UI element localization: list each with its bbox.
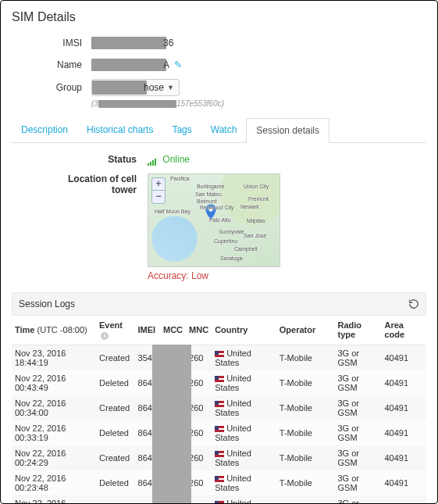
cell-imei: 8647 (135, 495, 160, 503)
us-flag-icon (215, 351, 224, 357)
session-logs: Session Logs Time (UTC -08:00) Eventi IM… (12, 292, 426, 503)
group-label: Group (27, 82, 82, 93)
cell-event: Deleted (96, 470, 135, 495)
group-redacted (92, 80, 147, 95)
cell-mcc: 310 (160, 445, 186, 470)
status-value: Online (162, 154, 190, 165)
tab-historical-charts[interactable]: Historical charts (77, 118, 162, 143)
chevron-down-icon: ▼ (167, 84, 174, 91)
map-label: Burlingame (197, 184, 224, 189)
cell-mnc: 260 (186, 495, 212, 503)
refresh-icon[interactable] (408, 298, 419, 309)
tab-watch[interactable]: Watch (201, 118, 247, 143)
sim-form: IMSI 36 Name A ✎ Group hose ▼ (3 (27, 35, 426, 108)
cell-area: 40491 (382, 345, 427, 370)
cell-radio: 3G or GSM (335, 470, 382, 495)
location-label: Location of cell tower (43, 173, 137, 281)
cell-mnc: 260 (186, 370, 212, 395)
table-row[interactable]: Nov 22, 2016 00:23:48Deleted8647310260Un… (12, 470, 426, 495)
col-country[interactable]: Country (212, 316, 276, 345)
cell-radio: 3G or GSM (335, 445, 382, 470)
tab-tags[interactable]: Tags (162, 118, 201, 143)
table-row[interactable]: Nov 22, 2016 00:33:19Deleted8647310260Un… (12, 420, 426, 445)
cell-imei: 8647 (135, 395, 160, 420)
cell-imei: 8647 (135, 470, 160, 495)
info-icon[interactable]: i (101, 332, 109, 340)
page-title: SIM Details (12, 10, 426, 24)
cell-radio: 3G or GSM (335, 420, 382, 445)
cell-mcc: 310 (160, 420, 186, 445)
us-flag-icon (215, 401, 224, 407)
cell-area: 40491 (382, 495, 427, 503)
col-area[interactable]: Area code (382, 316, 427, 345)
col-event[interactable]: Eventi (96, 316, 135, 345)
map-label: San Jose (244, 233, 266, 238)
accuracy-label: Accuracy: Low (148, 270, 280, 281)
cell-time: Nov 23, 2016 18:44:19 (12, 345, 96, 370)
name-redacted (91, 59, 166, 71)
us-flag-icon (215, 501, 224, 503)
cell-operator: T-Mobile (276, 420, 335, 445)
cell-event: Deleted (96, 370, 135, 395)
tab-description[interactable]: Description (12, 118, 77, 143)
map-label: Union City (244, 184, 269, 189)
col-radio[interactable]: Radio type (335, 316, 382, 345)
cell-event: Created (96, 345, 135, 370)
sim-details-window: SIM Details IMSI 36 Name A ✎ Group hose … (0, 0, 438, 504)
cell-time: Nov 22, 2016 00:43:49 (12, 370, 96, 395)
col-operator[interactable]: Operator (276, 316, 335, 345)
name-value-suffix: A (163, 59, 169, 70)
cell-radio: 3G or GSM (335, 395, 382, 420)
col-time[interactable]: Time (UTC -08:00) (12, 316, 96, 345)
cell-area: 40491 (382, 445, 427, 470)
cell-imei: 8647 (135, 420, 160, 445)
table-row[interactable]: Nov 23, 2016 18:44:19Created3543310260Un… (12, 345, 426, 370)
map-label: Redwood City (200, 205, 234, 210)
us-flag-icon (215, 451, 224, 457)
zoom-out-button[interactable]: − (152, 191, 165, 203)
map-label: Milpitas (247, 218, 265, 223)
cell-operator: T-Mobile (276, 470, 335, 495)
cell-mnc: 260 (186, 445, 212, 470)
session-logs-table: Time (UTC -08:00) Eventi IMEI MCC MNC Co… (12, 316, 426, 503)
table-row[interactable]: Nov 22, 2016 00:43:49Deleted8647310260Un… (12, 370, 426, 395)
cell-imei: 8647 (135, 445, 160, 470)
cell-event: Deleted (96, 420, 135, 445)
col-imei[interactable]: IMEI (135, 316, 160, 345)
cell-time: Nov 22, 2016 00:23:48 (12, 470, 96, 495)
us-flag-icon (215, 426, 224, 432)
cell-tower-map[interactable]: + − PacificaBurlingameSan MateoBelmontRe… (148, 173, 280, 267)
col-mcc[interactable]: MCC (160, 316, 186, 345)
table-row[interactable]: Nov 22, 2016 00:24:29Created8647310260Un… (12, 445, 426, 470)
zoom-in-button[interactable]: + (152, 178, 165, 191)
table-row[interactable]: Nov 22, 2016 00:21:02Created8647310260Un… (12, 495, 426, 503)
cell-operator: T-Mobile (276, 345, 335, 370)
tab-session-details[interactable]: Session details (246, 118, 329, 143)
cell-radio: 3G or GSM (335, 495, 382, 503)
us-flag-icon (215, 476, 224, 482)
cell-time: Nov 22, 2016 00:24:29 (12, 445, 96, 470)
cell-event: Created (96, 445, 135, 470)
imsi-label: IMSI (27, 38, 82, 48)
cell-mcc: 310 (160, 495, 186, 503)
cell-operator: T-Mobile (276, 395, 335, 420)
cell-imei: 3543 (135, 345, 160, 370)
cell-operator: T-Mobile (276, 495, 335, 503)
col-mnc[interactable]: MNC (186, 316, 212, 345)
cell-radio: 3G or GSM (335, 345, 382, 370)
cell-area: 40491 (382, 470, 427, 495)
map-label: Saratoga (220, 256, 242, 261)
cell-mcc: 310 (160, 395, 186, 420)
group-id: (3 157e553f60c) (91, 99, 426, 108)
imsi-value-suffix: 36 (163, 38, 173, 48)
table-row[interactable]: Nov 22, 2016 00:34:00Created8647310260Un… (12, 395, 426, 420)
map-label: Fremont (248, 196, 269, 202)
cell-mnc: 260 (186, 345, 212, 370)
map-label: Palo Alto (209, 217, 231, 223)
status-label: Status (43, 154, 137, 166)
group-id-redacted (98, 100, 176, 108)
cell-country: United States (212, 345, 276, 370)
imsi-redacted (91, 37, 166, 49)
group-select[interactable]: hose ▼ (91, 79, 180, 96)
edit-name-icon[interactable]: ✎ (174, 59, 182, 70)
